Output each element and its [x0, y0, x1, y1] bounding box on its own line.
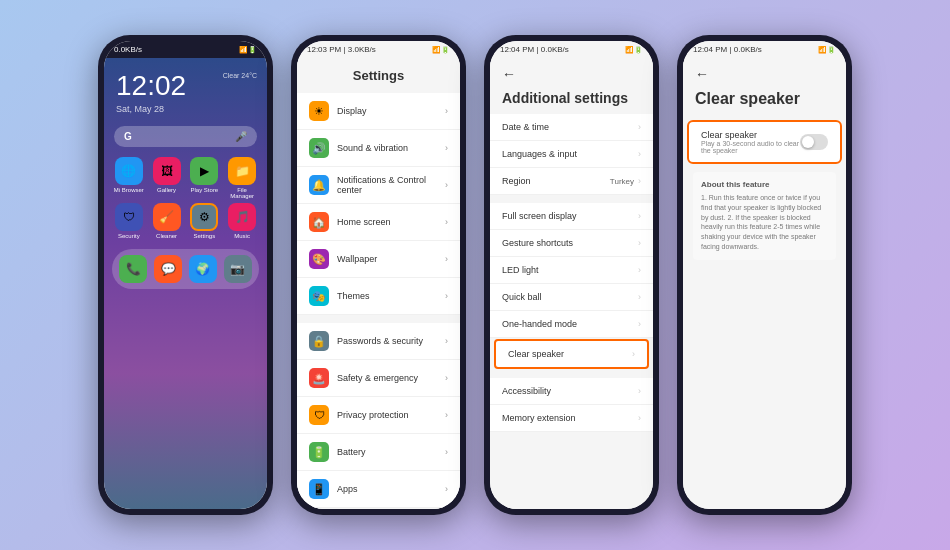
menu-fullscreen[interactable]: Full screen display ›: [490, 203, 653, 230]
menu-quickball[interactable]: Quick ball ›: [490, 284, 653, 311]
status-right-4: 📶🔋: [818, 46, 836, 54]
app-icon-mi-browser: 🌐: [115, 157, 143, 185]
sound-icon: 🔊: [309, 138, 329, 158]
app-gallery[interactable]: 🖼 Gallery: [150, 157, 184, 199]
dock-messages[interactable]: 💬: [153, 255, 184, 283]
toggle-text-group: Clear speaker Play a 30-second audio to …: [701, 130, 800, 154]
additional-page-title: Additional settings: [490, 90, 653, 114]
app-icon-play-store: ▶: [190, 157, 218, 185]
privacy-label: Privacy protection: [337, 410, 437, 420]
dock-icon-camera: 📷: [224, 255, 252, 283]
home-wallpaper: 12:02 Sat, May 28 Clear 24°C G 🎤 🌐 Mi Br…: [104, 58, 267, 509]
memory-chevron: ›: [638, 413, 641, 423]
menu-led[interactable]: LED light ›: [490, 257, 653, 284]
app-icon-security: 🛡: [115, 203, 143, 231]
display-icon: ☀: [309, 101, 329, 121]
toggle-label: Clear speaker: [701, 130, 800, 140]
app-label-gallery: Gallery: [157, 187, 176, 193]
settings-notifications[interactable]: 🔔 Notifications & Control center ›: [297, 167, 460, 204]
dock-phone[interactable]: 📞: [118, 255, 149, 283]
accessibility-chevron: ›: [638, 386, 641, 396]
phone-frame-1: 0.0KB/s 📶🔋 12:02 Sat, May 28 Clear 24°C …: [98, 35, 273, 515]
app-cleaner[interactable]: 🧹 Cleaner: [150, 203, 184, 239]
app-music[interactable]: 🎵 Music: [225, 203, 259, 239]
app-settings[interactable]: ⚙ Settings: [188, 203, 222, 239]
status-bar-4: 12:04 PM | 0.0KB/s 📶🔋: [683, 41, 846, 58]
menu-gesture[interactable]: Gesture shortcuts ›: [490, 230, 653, 257]
status-bar-1: 0.0KB/s 📶🔋: [104, 41, 267, 58]
app-label-play-store: Play Store: [191, 187, 219, 193]
app-label-security: Security: [118, 233, 140, 239]
dock-chrome[interactable]: 🌍: [188, 255, 219, 283]
search-bar[interactable]: G 🎤: [114, 126, 257, 147]
phone-1-home: 0.0KB/s 📶🔋 12:02 Sat, May 28 Clear 24°C …: [98, 35, 273, 515]
additional-divider-1: [490, 195, 653, 203]
menu-accessibility[interactable]: Accessibility ›: [490, 378, 653, 405]
memory-label: Memory extension: [502, 413, 638, 423]
home-screen: 0.0KB/s 📶🔋 12:02 Sat, May 28 Clear 24°C …: [104, 41, 267, 509]
clear-speaker-screen: 12:04 PM | 0.0KB/s 📶🔋 ← Clear speaker Cl…: [683, 41, 846, 509]
app-security[interactable]: 🛡 Security: [112, 203, 146, 239]
home-date: Sat, May 28: [104, 104, 267, 122]
settings-wallpaper[interactable]: 🎨 Wallpaper ›: [297, 241, 460, 278]
languages-chevron: ›: [638, 149, 641, 159]
themes-label: Themes: [337, 291, 437, 301]
battery-icon: 🔋: [309, 442, 329, 462]
app-label-cleaner: Cleaner: [156, 233, 177, 239]
app-file-manager[interactable]: 📁 File Manager: [225, 157, 259, 199]
sound-chevron: ›: [445, 143, 448, 153]
about-box: About this feature 1. Run this feature o…: [693, 172, 836, 260]
back-arrow-3[interactable]: ←: [502, 66, 516, 82]
status-left-4: 12:04 PM | 0.0KB/s: [693, 45, 762, 54]
settings-themes[interactable]: 🎭 Themes ›: [297, 278, 460, 315]
status-right-3: 📶🔋: [625, 46, 643, 54]
settings-privacy[interactable]: 🛡 Privacy protection ›: [297, 397, 460, 434]
menu-languages[interactable]: Languages & input ›: [490, 141, 653, 168]
apps-icon: 📱: [309, 479, 329, 499]
toggle-row[interactable]: Clear speaker Play a 30-second audio to …: [687, 120, 842, 164]
settings-passwords[interactable]: 🔒 Passwords & security ›: [297, 323, 460, 360]
settings-home[interactable]: 🏠 Home screen ›: [297, 204, 460, 241]
menu-memory[interactable]: Memory extension ›: [490, 405, 653, 432]
dock-icon-messages: 💬: [154, 255, 182, 283]
passwords-icon: 🔒: [309, 331, 329, 351]
menu-region[interactable]: Region Turkey ›: [490, 168, 653, 195]
settings-display[interactable]: ☀ Display ›: [297, 93, 460, 130]
languages-label: Languages & input: [502, 149, 638, 159]
onehanded-label: One-handed mode: [502, 319, 638, 329]
clear-speaker-content: ← Clear speaker Clear speaker Play a 30-…: [683, 58, 846, 509]
app-play-store[interactable]: ▶ Play Store: [188, 157, 222, 199]
apps-label: Apps: [337, 484, 437, 494]
google-logo: G: [124, 131, 132, 142]
settings-apps[interactable]: 📱 Apps ›: [297, 471, 460, 508]
region-chevron: ›: [638, 176, 641, 186]
app-label-settings: Settings: [194, 233, 216, 239]
app-icon-music: 🎵: [228, 203, 256, 231]
themes-chevron: ›: [445, 291, 448, 301]
toggle-switch[interactable]: [800, 134, 828, 150]
phone-4-clear-speaker: 12:04 PM | 0.0KB/s 📶🔋 ← Clear speaker Cl…: [677, 35, 852, 515]
dock-camera[interactable]: 📷: [222, 255, 253, 283]
wallpaper-icon: 🎨: [309, 249, 329, 269]
dock-icon-phone: 📞: [119, 255, 147, 283]
back-arrow-4[interactable]: ←: [695, 66, 709, 82]
phone-frame-3: 12:04 PM | 0.0KB/s 📶🔋 ← Additional setti…: [484, 35, 659, 515]
menu-onehanded[interactable]: One-handed mode ›: [490, 311, 653, 338]
back-header-4: ←: [683, 58, 846, 90]
apps-chevron: ›: [445, 484, 448, 494]
home-chevron: ›: [445, 217, 448, 227]
status-left-2: 12:03 PM | 3.0KB/s: [307, 45, 376, 54]
back-header-3: ←: [490, 58, 653, 90]
notifications-label: Notifications & Control center: [337, 175, 437, 195]
settings-safety[interactable]: 🚨 Safety & emergency ›: [297, 360, 460, 397]
settings-battery[interactable]: 🔋 Battery ›: [297, 434, 460, 471]
safety-icon: 🚨: [309, 368, 329, 388]
sound-label: Sound & vibration: [337, 143, 437, 153]
settings-sound[interactable]: 🔊 Sound & vibration ›: [297, 130, 460, 167]
menu-clear-speaker[interactable]: Clear speaker ›: [494, 339, 649, 369]
menu-datetime[interactable]: Date & time ›: [490, 114, 653, 141]
app-mi-browser[interactable]: 🌐 Mi Browser: [112, 157, 146, 199]
additional-divider-2: [490, 370, 653, 378]
clear-speaker-chevron: ›: [632, 349, 635, 359]
settings-list: ☀ Display › 🔊 Sound & vibration › 🔔 Noti…: [297, 93, 460, 509]
